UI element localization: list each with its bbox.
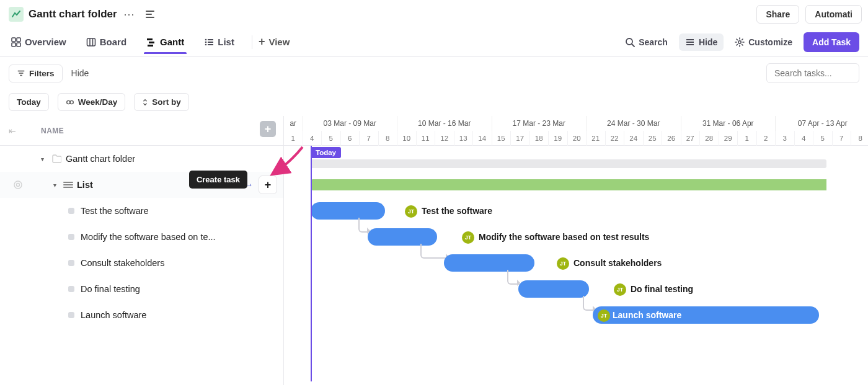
- assignee-avatar[interactable]: JT: [557, 257, 569, 270]
- gantt-chart[interactable]: ar03 Mar - 09 Mar10 Mar - 16 Mar17 Mar -…: [284, 116, 868, 385]
- day-header: 7: [360, 131, 379, 146]
- day-header: 18: [530, 131, 549, 146]
- assignee-avatar[interactable]: JT: [405, 205, 417, 218]
- task-row[interactable]: Modify the software based on te...: [0, 224, 283, 250]
- task-row[interactable]: Consult stakeholders: [0, 250, 283, 276]
- gantt-bar[interactable]: [518, 280, 589, 298]
- caret-down-icon[interactable]: ▾: [41, 156, 48, 162]
- tab-overview[interactable]: Overview: [9, 30, 69, 53]
- svg-point-26: [70, 100, 73, 104]
- task-list-header: ⇤ NAME +: [0, 116, 283, 146]
- svg-point-12: [205, 41, 207, 43]
- tab-list[interactable]: List: [202, 30, 237, 53]
- week-header: 24 Mar - 30 Mar: [587, 116, 681, 131]
- week-header: 10 Mar - 16 Mar: [397, 116, 492, 131]
- main-split: ⇤ NAME + ▾ Gantt chart folder ▾ List → +: [0, 116, 868, 385]
- status-dot-icon: [68, 234, 74, 240]
- svg-point-10: [205, 38, 207, 40]
- status-dot-icon: [68, 312, 74, 318]
- task-name: Consult stakeholders: [81, 258, 164, 268]
- customize-label: Customize: [748, 37, 792, 47]
- add-view-button[interactable]: +View: [259, 35, 290, 48]
- filters-label: Filters: [29, 69, 55, 78]
- gantt-bar[interactable]: [368, 228, 437, 246]
- day-header: 10: [397, 131, 417, 146]
- svg-rect-15: [208, 44, 213, 45]
- svg-rect-3: [17, 43, 20, 47]
- gantt-bar-label: Modify the software based on test result…: [479, 232, 649, 242]
- tree-folder-row[interactable]: ▾ Gantt chart folder: [0, 146, 283, 172]
- collapse-sidebar-icon[interactable]: [146, 8, 158, 20]
- week-header: 17 Mar - 23 Mar: [492, 116, 587, 131]
- tab-board[interactable]: Board: [84, 30, 129, 53]
- filter-bar: Filters Hide: [0, 57, 868, 89]
- week-header: 31 Mar - 06 Apr: [681, 116, 776, 131]
- caret-down-icon[interactable]: ▾: [53, 182, 61, 189]
- day-header: 8: [851, 131, 868, 146]
- tree-folder-label: Gantt chart folder: [66, 154, 135, 164]
- customize-button[interactable]: Customize: [728, 33, 799, 51]
- tab-board-label: Board: [100, 37, 126, 47]
- filters-button[interactable]: Filters: [9, 64, 63, 82]
- gantt-bar[interactable]: [311, 202, 385, 220]
- collapse-panel-icon[interactable]: ⇤: [9, 126, 16, 136]
- day-header: 4: [795, 131, 814, 146]
- tab-overview-label: Overview: [25, 37, 66, 47]
- gantt-toolbar: Today Week/Day Sort by: [0, 89, 868, 116]
- svg-point-28: [17, 184, 20, 187]
- svg-rect-11: [208, 39, 213, 40]
- more-menu-icon[interactable]: ⋯: [123, 7, 136, 21]
- day-header: 5: [322, 131, 341, 146]
- week-header: ar: [284, 116, 303, 131]
- svg-line-17: [632, 44, 634, 47]
- list-summary-bar[interactable]: [311, 179, 826, 190]
- search-button[interactable]: Search: [619, 33, 674, 51]
- sort-by-button[interactable]: Sort by: [134, 93, 189, 111]
- day-header: 29: [719, 131, 738, 146]
- assignee-avatar[interactable]: JT: [462, 231, 474, 244]
- folder-summary-bar[interactable]: [311, 159, 826, 168]
- today-button[interactable]: Today: [9, 93, 49, 111]
- hide-filters-button[interactable]: Hide: [71, 68, 89, 78]
- day-header: 8: [379, 131, 398, 146]
- gantt-bar-label: Test the software: [422, 206, 492, 216]
- gantt-timeline-header: ar03 Mar - 09 Mar10 Mar - 16 Mar17 Mar -…: [284, 116, 868, 146]
- week-header: 07 Apr - 13 Apr: [776, 116, 868, 131]
- task-row[interactable]: Launch software: [0, 302, 283, 328]
- assignee-avatar[interactable]: JT: [598, 309, 610, 322]
- create-task-tooltip: Create task: [189, 171, 247, 189]
- task-list-panel: ⇤ NAME + ▾ Gantt chart folder ▾ List → +: [0, 116, 284, 385]
- status-dot-icon: [68, 260, 74, 266]
- task-name: Test the software: [81, 206, 149, 216]
- view-tabs-bar: Overview Board Gantt List +View Search H…: [0, 27, 868, 57]
- gantt-bar-label: Do final testing: [631, 284, 693, 294]
- list-icon: [63, 182, 73, 188]
- search-tasks-input[interactable]: [766, 63, 859, 83]
- gantt-bar[interactable]: [444, 254, 534, 272]
- svg-rect-8: [149, 42, 154, 43]
- zoom-weekday-button[interactable]: Week/Day: [58, 93, 126, 111]
- day-header: 26: [662, 131, 681, 146]
- day-header: 1: [738, 131, 757, 146]
- hide-columns-button[interactable]: Hide: [679, 33, 724, 51]
- create-task-button[interactable]: +: [259, 176, 277, 194]
- day-header: 5: [813, 131, 833, 146]
- gantt-bar-label: Consult stakeholders: [574, 258, 662, 268]
- day-header: 27: [681, 131, 701, 146]
- tab-gantt[interactable]: Gantt: [144, 30, 187, 53]
- add-column-button[interactable]: +: [260, 121, 276, 137]
- add-task-button[interactable]: Add Task: [804, 32, 859, 52]
- status-dot-icon: [68, 208, 74, 214]
- day-header: 20: [568, 131, 587, 146]
- task-row[interactable]: Test the software: [0, 198, 283, 224]
- tab-gantt-label: Gantt: [160, 37, 184, 47]
- week-header: 03 Mar - 09 Mar: [303, 116, 398, 131]
- share-button[interactable]: Share: [756, 5, 799, 24]
- svg-rect-7: [147, 38, 153, 40]
- task-row[interactable]: Do final testing: [0, 276, 283, 302]
- day-header: 7: [833, 131, 852, 146]
- folder-title[interactable]: Gantt chart folder: [29, 8, 117, 20]
- assignee-avatar[interactable]: JT: [614, 283, 626, 296]
- day-header: 17: [511, 131, 530, 146]
- automations-button[interactable]: Automati: [805, 5, 862, 24]
